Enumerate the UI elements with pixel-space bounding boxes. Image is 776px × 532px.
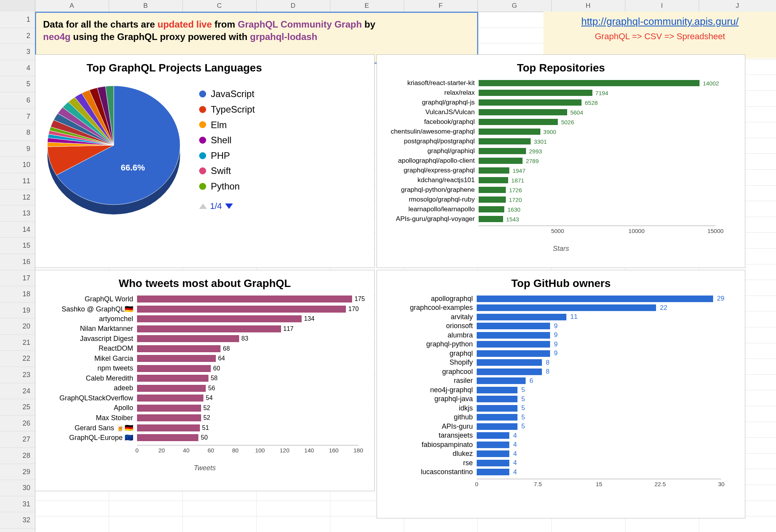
row-header-1[interactable]: 1	[0, 12, 35, 28]
col-header-F[interactable]: F	[404, 0, 478, 12]
row-header-11[interactable]: 11	[0, 173, 35, 190]
bar-label: arvitaly	[385, 313, 477, 321]
row-header-21[interactable]: 21	[0, 335, 35, 351]
pager-next-icon[interactable]	[225, 203, 233, 209]
bar-label: npm tweets	[44, 364, 137, 372]
bar-value: 9	[554, 331, 557, 339]
row-header-22[interactable]: 22	[0, 351, 35, 367]
axis-tick: 0	[475, 481, 478, 487]
bar-value: 5604	[570, 109, 583, 116]
row-header-19[interactable]: 19	[0, 303, 35, 319]
row-header-33[interactable]: 33	[0, 529, 35, 532]
bar	[477, 377, 526, 384]
pager-prev-icon[interactable]	[199, 203, 207, 209]
col-header-G[interactable]: G	[477, 0, 552, 12]
legend-label: Python	[211, 179, 240, 194]
col-header-J[interactable]: J	[699, 0, 776, 12]
col-header-H[interactable]: H	[551, 0, 625, 12]
row-header-25[interactable]: 25	[0, 399, 35, 416]
chart-bar-owners: Top GitHub owners apollographql29graphco…	[377, 270, 745, 518]
legend-item: JavaScript	[199, 86, 255, 102]
col-header-B[interactable]: B	[109, 0, 183, 12]
select-all-corner[interactable]	[0, 0, 35, 12]
row-header-24[interactable]: 24	[0, 383, 35, 400]
col-header-E[interactable]: E	[330, 0, 404, 12]
col-header-C[interactable]: C	[182, 0, 257, 12]
row-header-8[interactable]: 8	[0, 125, 35, 141]
axis-tick: 180	[353, 447, 363, 454]
bar-value: 60	[213, 365, 220, 372]
bar-label: GraphQL World	[44, 295, 137, 303]
row-header-6[interactable]: 6	[0, 92, 35, 109]
bar-value: 1630	[507, 206, 520, 213]
row-header-13[interactable]: 13	[0, 205, 35, 222]
col-header-I[interactable]: I	[625, 0, 699, 12]
row-header-5[interactable]: 5	[0, 76, 35, 92]
legend-label: PHP	[211, 148, 230, 163]
bar	[479, 119, 558, 125]
row-header-17[interactable]: 17	[0, 270, 35, 287]
row-header-15[interactable]: 15	[0, 238, 35, 254]
bar-row: lucasconstantino4	[385, 468, 736, 477]
row-header-30[interactable]: 30	[0, 480, 35, 496]
bar	[137, 395, 203, 402]
bar-value: 9	[554, 322, 557, 330]
chart-bar-repositories: Top Repositories kriasoft/react-starter-…	[377, 54, 745, 268]
bar-row: rasiler6	[385, 377, 736, 386]
bar-row: Caleb Meredith58	[44, 374, 366, 383]
row-header-9[interactable]: 9	[0, 141, 35, 157]
bar-label: rasiler	[385, 377, 477, 385]
bar-label: learnapollo/learnapollo	[385, 205, 479, 213]
community-link[interactable]: http://graphql-community.apis.guru/	[581, 16, 739, 27]
row-header-4[interactable]: 4	[0, 60, 35, 76]
bar-value: 58	[211, 375, 218, 382]
row-header-28[interactable]: 28	[0, 448, 35, 464]
row-header-29[interactable]: 29	[0, 464, 35, 480]
axis-label: Stars	[385, 245, 736, 253]
row-header-7[interactable]: 7	[0, 109, 35, 125]
row-header-12[interactable]: 12	[0, 190, 35, 206]
row-header-26[interactable]: 26	[0, 416, 35, 432]
row-header-14[interactable]: 14	[0, 222, 35, 238]
bar-row: Max Stoiber52	[44, 413, 366, 423]
bar	[479, 90, 592, 96]
pipeline-text: GraphQL => CSV => Spreadsheet	[551, 31, 769, 42]
bar	[477, 323, 550, 329]
row-header-18[interactable]: 18	[0, 286, 35, 303]
bar-row: rse4	[385, 459, 736, 468]
bar	[479, 99, 582, 106]
bar-label: apollographql/apollo-client	[385, 157, 479, 165]
bar-row: VulcanJS/Vulcan5604	[385, 108, 736, 116]
bar-value: 50	[201, 434, 208, 441]
bar-value: 7194	[595, 90, 608, 96]
chart-title: Who tweets most about GraphQL	[44, 277, 366, 290]
bar	[477, 304, 656, 311]
row-header-23[interactable]: 23	[0, 367, 35, 383]
row-header-10[interactable]: 10	[0, 157, 35, 173]
row-header-2[interactable]: 2	[0, 28, 35, 44]
bar	[477, 432, 509, 439]
bar-value: 52	[203, 405, 210, 412]
bar	[477, 405, 517, 412]
axis-tick: 160	[329, 447, 339, 454]
link-banner: http://graphql-community.apis.guru/ Grap…	[543, 12, 776, 58]
bar-value: 5	[521, 414, 525, 421]
row-header-16[interactable]: 16	[0, 254, 35, 270]
bar-value: 2789	[526, 158, 538, 164]
bar-label: Apollo	[44, 404, 137, 412]
legend-item: Shell	[199, 132, 255, 148]
col-header-D[interactable]: D	[256, 0, 330, 12]
row-header-3[interactable]: 3	[0, 44, 35, 60]
bar-value: 1726	[509, 187, 522, 193]
row-header-27[interactable]: 27	[0, 431, 35, 448]
row-header-31[interactable]: 31	[0, 496, 35, 513]
legend-item: PHP	[199, 148, 255, 163]
bar-value: 51	[202, 424, 209, 431]
bar-value: 83	[241, 335, 248, 342]
bar	[137, 375, 208, 382]
row-header-20[interactable]: 20	[0, 318, 35, 335]
col-header-A[interactable]: A	[35, 0, 109, 12]
row-header-32[interactable]: 32	[0, 512, 35, 529]
pie-plot: 66.6%	[44, 79, 184, 219]
bar	[137, 434, 198, 441]
